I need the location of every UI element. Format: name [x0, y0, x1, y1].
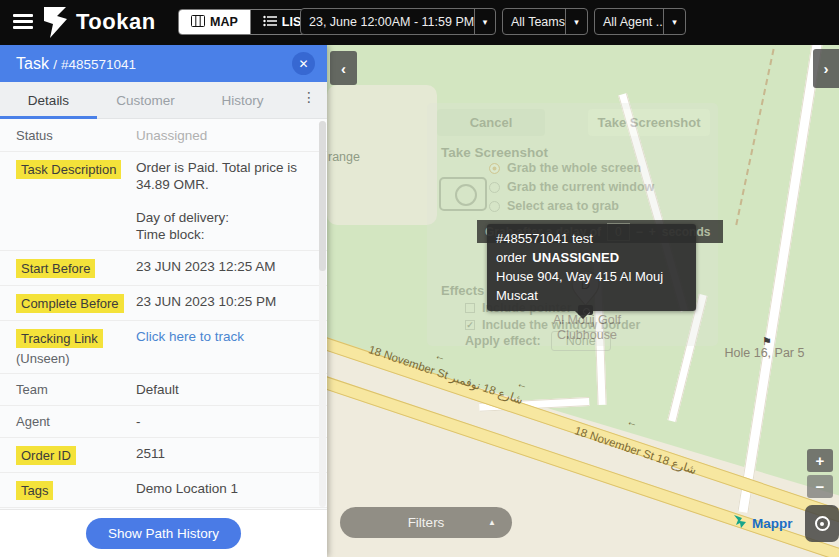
tab-details[interactable]: Details: [0, 82, 97, 118]
radio-icon: [489, 201, 500, 212]
tab-label: Customer: [116, 93, 175, 108]
grab-whole-screen-option[interactable]: Grab the whole screen: [489, 161, 641, 175]
map-canvas[interactable]: ← ← ← 18 November St شارع 18 نوفمبر 18 N…: [327, 45, 839, 557]
task-field-row: Agent -: [0, 406, 327, 438]
task-field-row: Order ID 2511: [0, 438, 327, 473]
tab-history[interactable]: History: [194, 82, 291, 118]
field-label: Tags: [16, 481, 53, 500]
include-window-border-checkbox[interactable]: ✓ Include the window border: [465, 318, 640, 332]
golf-hole-label: Hole 16, Par 5: [702, 346, 827, 360]
map-zoom-controls: + −: [807, 449, 833, 501]
dialog-heading: Take Screenshot: [441, 145, 548, 160]
field-value: 23 JUN 2023 12:25 AM: [136, 258, 317, 278]
tooltip-status-badge: UNASSIGNED: [532, 250, 619, 265]
chevron-down-icon: ▾: [663, 9, 685, 34]
agents-filter-dropdown[interactable]: All Agent .. ▾: [594, 8, 686, 35]
tooltip-address: House 904, Way 415 Al Mouj Muscat: [496, 267, 687, 305]
teams-filter-dropdown[interactable]: All Teams ▾: [502, 8, 588, 35]
task-field-row: Status Unassigned: [0, 120, 327, 152]
map-icon: [191, 15, 205, 30]
field-value: 2511: [136, 445, 317, 465]
field-label: Team: [16, 382, 48, 397]
task-detail-panel: Task / #485571041 ✕ DetailsCustomerHisto…: [0, 45, 327, 557]
apply-effect-label: Apply effect:: [465, 334, 541, 348]
filters-button[interactable]: Filters ▲: [340, 507, 512, 538]
field-value: Unassigned: [136, 127, 317, 144]
field-value[interactable]: Click here to track: [136, 328, 317, 366]
select-area-option[interactable]: Select area to grab: [489, 199, 619, 213]
zoom-in-button[interactable]: +: [807, 449, 833, 472]
field-label: Order ID: [16, 446, 76, 465]
crosshair-icon: [815, 516, 830, 531]
map-road: [738, 45, 824, 513]
task-field-row: Tracking Link (Unseen) Click here to tra…: [0, 321, 327, 374]
task-field-row: Team Default: [0, 374, 327, 406]
panel-expand-chevron-right[interactable]: ›: [813, 49, 839, 88]
road-direction-arrow: ←: [515, 377, 529, 392]
page-title: Task / #485571041: [16, 55, 292, 73]
kebab-menu-icon[interactable]: ⋮: [299, 89, 319, 111]
brand-title: Tookan: [76, 9, 156, 35]
tookan-logo-icon: [40, 6, 70, 43]
panel-footer: Show Path History: [0, 509, 327, 557]
task-field-row: Start Before 23 JUN 2023 12:25 AM: [0, 251, 327, 286]
field-value: 23 JUN 2023 10:25 PM: [136, 293, 317, 313]
map-attribution: Mappr: [732, 513, 793, 534]
map-view-button[interactable]: MAP: [179, 10, 250, 34]
apply-effect-row: Apply effect: None: [465, 331, 611, 351]
road-direction-arrow: ←: [433, 349, 447, 364]
tab-label: Details: [28, 93, 69, 108]
radio-icon: [489, 182, 500, 193]
list-icon: [263, 15, 277, 30]
geolocate-button[interactable]: [805, 505, 839, 542]
field-value: Order is Paid. Total price is 34.89 OMR.…: [136, 159, 317, 243]
top-navigation-bar: Tookan MAP LIST 23, June 12:00AM - 11:59…: [0, 0, 839, 45]
field-label: Status: [16, 128, 53, 143]
field-value: Default: [136, 381, 317, 398]
panel-scrollbar[interactable]: [319, 121, 326, 507]
task-panel-header: Task / #485571041 ✕: [0, 45, 327, 82]
grab-current-window-option[interactable]: Grab the current window: [489, 180, 654, 194]
show-path-history-button[interactable]: Show Path History: [86, 518, 241, 549]
mappr-bird-icon: [732, 513, 749, 534]
radio-selected-icon: [489, 163, 500, 174]
checkbox-checked-icon: ✓: [465, 320, 475, 330]
chevron-down-icon: ▾: [474, 9, 495, 34]
effect-select[interactable]: None: [551, 331, 611, 351]
hamburger-menu-icon[interactable]: [13, 14, 33, 30]
field-label: Start Before: [16, 259, 95, 278]
tab-customer[interactable]: Customer: [97, 82, 194, 118]
road-direction-arrow: ←: [625, 415, 639, 430]
panel-collapse-chevron-left[interactable]: ‹: [330, 51, 357, 85]
map-dashed-trail: [735, 45, 776, 225]
cancel-button[interactable]: Cancel: [437, 109, 545, 136]
task-map-tooltip: #485571041 test orderUNASSIGNED House 90…: [487, 224, 696, 311]
task-id: #485571041: [61, 57, 136, 72]
camera-icon: [439, 177, 487, 211]
caret-up-icon: ▲: [488, 518, 496, 527]
take-screenshot-button[interactable]: Take Screenshot: [588, 109, 710, 136]
date-range-picker[interactable]: 23, June 12:00AM - 11:59 PM ▾: [300, 8, 496, 35]
field-label: Tracking Link: [16, 329, 103, 348]
effects-heading: Effects: [441, 283, 484, 298]
task-field-row: Tags Demo Location 1: [0, 473, 327, 508]
task-field-row: Complete Before 23 JUN 2023 10:25 PM: [0, 286, 327, 321]
task-tabs: DetailsCustomerHistory: [0, 82, 327, 119]
field-label: Complete Before: [16, 294, 124, 313]
cutoff-map-label: range: [328, 150, 360, 164]
field-label: Task Description: [16, 160, 121, 179]
field-sublabel: (Unseen): [16, 351, 136, 366]
field-value: Demo Location 1: [136, 480, 317, 500]
task-field-row: Task Description Order is Paid. Total pr…: [0, 152, 327, 251]
tab-label: History: [221, 93, 263, 108]
chevron-down-icon: ▾: [565, 9, 587, 34]
app-root: Tookan MAP LIST 23, June 12:00AM - 11:59…: [0, 0, 839, 557]
field-label: Agent: [16, 414, 50, 429]
field-value: -: [136, 413, 317, 430]
checkbox-icon: [465, 303, 475, 313]
zoom-out-button[interactable]: −: [807, 475, 833, 498]
close-icon[interactable]: ✕: [292, 52, 315, 75]
task-fields-list: Status Unassigned Task Description Order…: [0, 120, 327, 509]
